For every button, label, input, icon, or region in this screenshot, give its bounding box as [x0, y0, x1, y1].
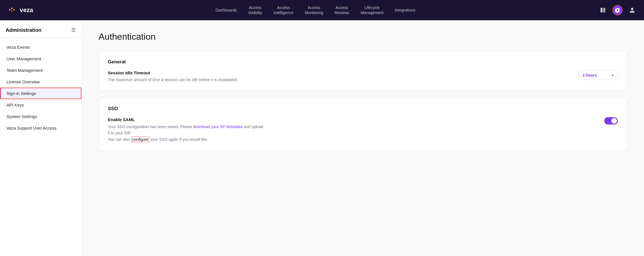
- sso-card: SSO Enable SAML Your SSO configuration h…: [99, 98, 627, 151]
- svg-point-0: [7, 5, 17, 15]
- nav-access-monitoring[interactable]: AccessMonitoring: [300, 3, 327, 17]
- nav-lifecycle-management[interactable]: LifecycleManagement: [356, 3, 388, 17]
- navbar-links: Dashboards AccessVisibility AccessIntell…: [42, 3, 589, 17]
- sidebar-item-veza-events[interactable]: Veza Events: [0, 41, 81, 53]
- chevron-down-icon: ▾: [612, 73, 614, 77]
- general-section-title: General: [108, 59, 618, 65]
- logo-text: veza: [20, 6, 33, 14]
- page-title: Authentication: [99, 32, 627, 42]
- layout: Administration ☰ Veza Events User Manage…: [0, 20, 644, 256]
- svg-rect-2: [11, 8, 13, 9]
- enable-saml-info: Enable SAML Your SSO configuration has b…: [108, 117, 598, 143]
- sidebar-item-license-overview[interactable]: License Overview: [0, 76, 81, 88]
- settings-icon: [615, 7, 620, 13]
- configure-sso-link[interactable]: configure: [132, 137, 150, 142]
- session-idle-desc: The maximum amount of time a session can…: [108, 77, 266, 83]
- sso-description: Your SSO configuration has been saved. P…: [108, 124, 266, 143]
- nav-access-intelligence[interactable]: AccessIntelligence: [269, 3, 298, 17]
- enable-saml-row: Enable SAML Your SSO configuration has b…: [108, 117, 618, 143]
- svg-rect-3: [13, 9, 15, 10]
- sidebar: Administration ☰ Veza Events User Manage…: [0, 20, 82, 256]
- sidebar-item-sign-in-settings[interactable]: Sign-in Settings: [0, 88, 81, 99]
- main-content: Authentication General Session Idle Time…: [82, 20, 644, 256]
- sidebar-header: Administration ☰: [0, 20, 81, 38]
- sso-configure-before: You can also: [108, 137, 132, 142]
- sidebar-item-system-settings[interactable]: System Settings: [0, 111, 81, 122]
- navbar-right: [598, 5, 637, 15]
- sidebar-item-team-management[interactable]: Team Management: [0, 64, 81, 76]
- session-idle-row: Session Idle Timeout The maximum amount …: [108, 70, 618, 83]
- enable-saml-label: Enable SAML: [108, 117, 598, 122]
- sso-section-title: SSO: [108, 106, 618, 112]
- catalog-button[interactable]: [598, 5, 608, 15]
- veza-logo-icon: [7, 5, 17, 15]
- session-idle-info: Session Idle Timeout The maximum amount …: [108, 70, 572, 83]
- svg-rect-6: [603, 8, 604, 13]
- nav-integrations[interactable]: Integrations: [390, 5, 420, 15]
- logo[interactable]: veza: [7, 5, 33, 15]
- nav-access-reviews[interactable]: AccessReviews: [330, 3, 354, 17]
- settings-button[interactable]: [612, 5, 623, 15]
- user-button[interactable]: [627, 5, 637, 15]
- sidebar-toggle-button[interactable]: ☰: [71, 27, 76, 33]
- saml-toggle-control: [604, 117, 618, 124]
- navbar: veza Dashboards AccessVisibility AccessI…: [0, 0, 644, 20]
- timeout-value: 2 hours: [583, 73, 597, 77]
- sso-configure-after: your SSO again if you would like.: [149, 137, 208, 142]
- nav-access-visibility[interactable]: AccessVisibility: [244, 3, 267, 17]
- sidebar-title: Administration: [6, 27, 41, 33]
- sidebar-item-veza-support-user-access[interactable]: Veza Support User Access: [0, 122, 81, 134]
- timeout-control: 2 hours ▾: [578, 70, 618, 80]
- sidebar-item-user-management[interactable]: User Management: [0, 53, 81, 64]
- svg-rect-7: [604, 8, 605, 13]
- svg-rect-4: [11, 10, 13, 12]
- toggle-thumb: [611, 118, 617, 124]
- catalog-icon: [600, 7, 606, 13]
- svg-rect-5: [601, 8, 602, 13]
- user-icon: [629, 7, 635, 13]
- toggle-track[interactable]: [604, 117, 618, 124]
- session-idle-label: Session Idle Timeout: [108, 70, 572, 75]
- general-card: General Session Idle Timeout The maximum…: [99, 51, 627, 91]
- sidebar-nav: Veza Events User Management Team Managem…: [0, 38, 81, 137]
- nav-dashboards[interactable]: Dashboards: [211, 5, 241, 15]
- svg-rect-1: [9, 9, 10, 10]
- download-sp-metadata-link[interactable]: download your SP Metadata: [193, 124, 243, 129]
- sso-desc-before: Your SSO configuration has been saved. P…: [108, 124, 193, 129]
- timeout-dropdown[interactable]: 2 hours ▾: [578, 70, 618, 80]
- sidebar-item-api-keys[interactable]: API Keys: [0, 99, 81, 111]
- saml-toggle[interactable]: [604, 117, 618, 124]
